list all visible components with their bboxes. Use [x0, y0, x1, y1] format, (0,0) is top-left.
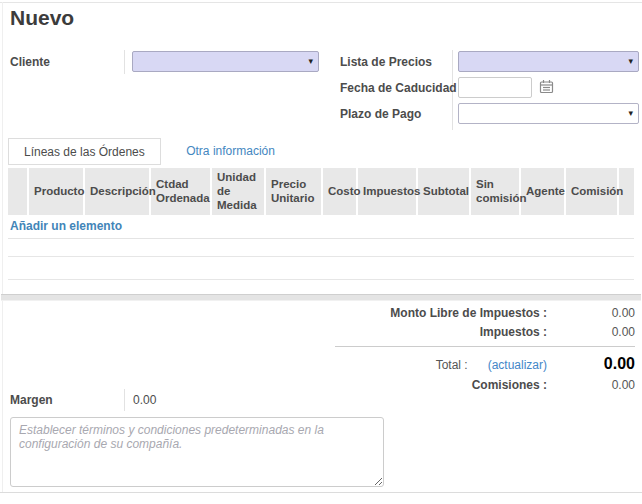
commissions-value: 0.00 — [547, 378, 635, 392]
update-total-link[interactable]: (actualizar) — [488, 358, 547, 372]
sheet-bottom-border — [0, 492, 642, 493]
lista-precios-label: Lista de Precios — [340, 55, 432, 69]
label-field-divider — [124, 50, 125, 74]
calendar-button[interactable] — [538, 79, 554, 95]
col-sin-comision[interactable]: Sin comisión — [470, 168, 520, 215]
commissions-label: Comisiones : — [335, 378, 547, 392]
notebook-tabs: Líneas de las Órdenes Otra información — [8, 138, 634, 165]
sheet-top-border — [0, 2, 642, 3]
fecha-caducidad-input[interactable] — [458, 77, 532, 98]
cliente-select[interactable]: ▾ — [132, 51, 319, 72]
untaxed-row: Monto Libre de Impuestos : 0.00 — [335, 306, 635, 320]
col-handle — [8, 168, 28, 215]
col-costo[interactable]: Costo — [322, 168, 357, 215]
untaxed-value: 0.00 — [547, 306, 635, 320]
horizontal-scrollbar[interactable] — [1, 294, 641, 301]
taxes-row: Impuestos : 0.00 — [335, 325, 635, 339]
terms-conditions-textarea[interactable] — [10, 417, 384, 487]
col-precio-unitario[interactable]: Precio Unitario — [265, 168, 322, 215]
commissions-row: Comisiones : 0.00 — [335, 378, 635, 392]
margen-label: Margen — [10, 393, 53, 407]
order-lines-table: Producto Descripción Ctdad Ordenada Unid… — [8, 168, 634, 280]
col-producto[interactable]: Producto — [28, 168, 84, 215]
col-impuestos[interactable]: Impuestos — [357, 168, 417, 215]
totals-divider — [335, 346, 635, 347]
empty-row — [8, 239, 634, 257]
chevron-down-icon: ▾ — [628, 57, 633, 66]
tab-lineas-de-las-ordenes[interactable]: Líneas de las Órdenes — [8, 138, 161, 165]
calendar-icon — [539, 82, 554, 97]
col-subtotal[interactable]: Subtotal — [417, 168, 470, 215]
sheet-left-border — [2, 2, 3, 492]
plazo-pago-label: Plazo de Pago — [340, 107, 421, 121]
col-ctdad-ordenada[interactable]: Ctdad Ordenada — [150, 168, 211, 215]
lista-precios-select[interactable]: ▾ — [458, 51, 639, 72]
margen-value: 0.00 — [133, 393, 156, 407]
margen-divider — [124, 389, 125, 411]
totals-panel: Monto Libre de Impuestos : 0.00 Impuesto… — [335, 306, 635, 397]
col-unidad-de-medida[interactable]: Unidad de Medida — [211, 168, 265, 215]
col-comision[interactable]: Comisión — [565, 168, 618, 215]
total-row: Total : (actualizar) 0.00 — [335, 355, 635, 373]
page-title: Nuevo — [10, 6, 74, 30]
chevron-down-icon: ▾ — [628, 109, 633, 118]
table-header-row: Producto Descripción Ctdad Ordenada Unid… — [8, 168, 634, 215]
plazo-pago-select[interactable]: ▾ — [458, 103, 639, 124]
add-row: Añadir un elemento — [8, 215, 634, 239]
taxes-label: Impuestos : — [335, 325, 547, 339]
empty-row — [8, 257, 634, 280]
chevron-down-icon: ▾ — [308, 57, 313, 66]
total-value: 0.00 — [547, 355, 635, 373]
taxes-value: 0.00 — [547, 325, 635, 339]
new-sale-order-form: Nuevo Cliente ▾ Lista de Precios ▾ Fecha… — [0, 0, 642, 504]
tab-otra-informacion[interactable]: Otra información — [171, 138, 290, 165]
col-descripcion[interactable]: Descripción — [84, 168, 150, 215]
col-agente[interactable]: Agente — [520, 168, 565, 215]
fecha-caducidad-label: Fecha de Caducidad — [340, 81, 457, 95]
total-label: Total : — [436, 358, 468, 372]
cliente-label: Cliente — [10, 55, 50, 69]
untaxed-label: Monto Libre de Impuestos : — [335, 306, 547, 320]
add-element-link[interactable]: Añadir un elemento — [8, 215, 634, 239]
